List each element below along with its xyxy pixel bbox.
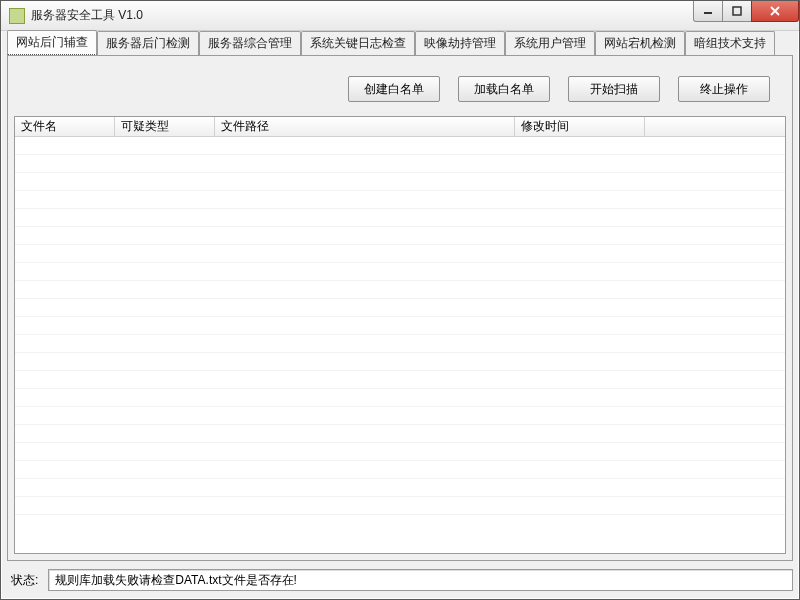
results-listview[interactable]: 文件名 可疑类型 文件路径 修改时间 xyxy=(14,116,786,554)
status-message-box: 规则库加载失败请检查DATA.txt文件是否存在! xyxy=(48,569,793,591)
list-row xyxy=(15,209,785,227)
list-row xyxy=(15,191,785,209)
col-modified-time[interactable]: 修改时间 xyxy=(515,117,645,136)
list-row xyxy=(15,353,785,371)
tab-system-log-check[interactable]: 系统关键日志检查 xyxy=(301,31,415,55)
listview-body xyxy=(15,137,785,553)
maximize-icon xyxy=(732,6,742,16)
list-row xyxy=(15,137,785,155)
list-row xyxy=(15,389,785,407)
list-row xyxy=(15,245,785,263)
tab-system-users[interactable]: 系统用户管理 xyxy=(505,31,595,55)
list-row xyxy=(15,461,785,479)
tab-tech-support[interactable]: 暗组技术支持 xyxy=(685,31,775,55)
listview-header: 文件名 可疑类型 文件路径 修改时间 xyxy=(15,117,785,137)
col-file-name[interactable]: 文件名 xyxy=(15,117,115,136)
close-icon xyxy=(769,6,781,16)
tab-strip: 网站后门辅查 服务器后门检测 服务器综合管理 系统关键日志检查 映像劫持管理 系… xyxy=(1,31,799,55)
app-icon xyxy=(9,8,25,24)
load-whitelist-button[interactable]: 加载白名单 xyxy=(458,76,550,102)
tab-website-backdoor-aux[interactable]: 网站后门辅查 xyxy=(7,30,97,55)
stop-operation-button[interactable]: 终止操作 xyxy=(678,76,770,102)
list-row xyxy=(15,479,785,497)
list-row xyxy=(15,281,785,299)
app-window: 服务器安全工具 V1.0 网站后门辅查 服务器后门检测 服务器综合管理 系统关键… xyxy=(0,0,800,600)
list-row xyxy=(15,443,785,461)
tab-server-backdoor-detect[interactable]: 服务器后门检测 xyxy=(97,31,199,55)
titlebar[interactable]: 服务器安全工具 V1.0 xyxy=(1,1,799,31)
list-row xyxy=(15,425,785,443)
window-title: 服务器安全工具 V1.0 xyxy=(31,7,143,24)
list-row xyxy=(15,407,785,425)
list-row xyxy=(15,371,785,389)
create-whitelist-button[interactable]: 创建白名单 xyxy=(348,76,440,102)
list-row xyxy=(15,317,785,335)
status-message: 规则库加载失败请检查DATA.txt文件是否存在! xyxy=(55,572,297,589)
list-row xyxy=(15,263,785,281)
status-label: 状态: xyxy=(7,572,38,589)
svg-rect-1 xyxy=(733,7,741,15)
list-row xyxy=(15,335,785,353)
tab-site-downtime[interactable]: 网站宕机检测 xyxy=(595,31,685,55)
status-bar: 状态: 规则库加载失败请检查DATA.txt文件是否存在! xyxy=(7,567,793,593)
list-row xyxy=(15,155,785,173)
tab-panel: 创建白名单 加载白名单 开始扫描 终止操作 文件名 可疑类型 文件路径 修改时间 xyxy=(7,55,793,561)
minimize-icon xyxy=(703,6,713,16)
list-row xyxy=(15,227,785,245)
col-suspect-type[interactable]: 可疑类型 xyxy=(115,117,215,136)
col-tail xyxy=(645,117,785,136)
list-row xyxy=(15,497,785,515)
close-button[interactable] xyxy=(751,1,799,22)
window-controls xyxy=(694,1,799,22)
tab-server-manage[interactable]: 服务器综合管理 xyxy=(199,31,301,55)
tab-image-hijack[interactable]: 映像劫持管理 xyxy=(415,31,505,55)
start-scan-button[interactable]: 开始扫描 xyxy=(568,76,660,102)
maximize-button[interactable] xyxy=(722,1,752,22)
list-row xyxy=(15,299,785,317)
toolbar: 创建白名单 加载白名单 开始扫描 终止操作 xyxy=(14,62,786,116)
list-row xyxy=(15,173,785,191)
minimize-button[interactable] xyxy=(693,1,723,22)
col-file-path[interactable]: 文件路径 xyxy=(215,117,515,136)
